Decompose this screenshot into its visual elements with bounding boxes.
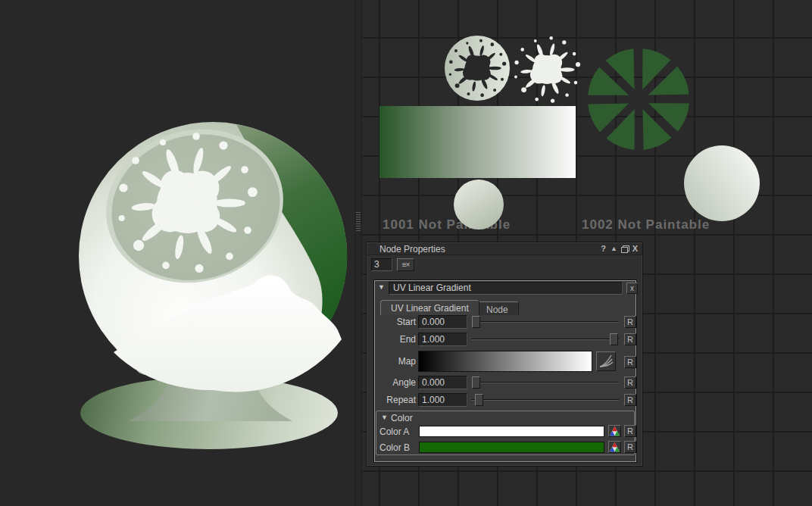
param-field-start[interactable]: 0.000 <box>418 315 467 329</box>
slider-handle[interactable] <box>472 376 480 389</box>
splitter-grip-icon[interactable] <box>356 212 361 232</box>
pedestal-stem <box>129 364 292 421</box>
uv-splat-cutout <box>449 39 507 97</box>
param-slider-angle[interactable] <box>471 376 619 389</box>
reset-button-color-b[interactable]: R <box>624 441 636 453</box>
sphere-splat <box>119 133 258 273</box>
uv-shell-white-splat <box>514 36 580 103</box>
uv-shell-right-circle <box>684 145 760 221</box>
curve-icon <box>597 352 615 370</box>
float-window-icon[interactable] <box>620 244 629 254</box>
color-a-picker-button[interactable] <box>608 425 621 437</box>
sphere-recess-rim <box>89 110 301 302</box>
param-slider-end[interactable] <box>471 333 619 345</box>
pedestal-nub-left <box>136 361 158 375</box>
node-count-input[interactable]: 3 <box>371 258 392 271</box>
node-name-field[interactable]: UV Linear Gradient <box>389 282 623 295</box>
pedestal-base <box>80 376 338 449</box>
uv-tile-label-1002: 1002 Not Paintable <box>582 217 710 233</box>
panel-titlebar[interactable]: Node Properties ? ▲ X <box>367 243 642 255</box>
param-slider-start[interactable] <box>471 316 619 328</box>
color-a-label: Color A <box>379 426 409 437</box>
param-label-angle: Angle <box>374 377 416 388</box>
param-label-map: Map <box>374 356 416 367</box>
node-properties-panel: Node Properties ? ▲ X 3 ≡× ▼ UV Linear G… <box>366 242 643 467</box>
color-b-label: Color B <box>379 442 410 453</box>
uv-linear-gradient-groupbox: ▼ UV Linear Gradient x Node UV Linear Gr… <box>373 280 637 463</box>
reset-button-end[interactable]: R <box>624 333 636 345</box>
sphere-white-blob <box>114 276 342 392</box>
reset-button-repeat[interactable]: R <box>624 394 636 406</box>
viewport-splitter[interactable] <box>354 0 362 506</box>
shader-ball-viewport[interactable] <box>0 0 354 506</box>
uv-tile-label-1001: 1001 Not Paintable <box>383 217 511 233</box>
color-group-header: Color <box>391 413 413 423</box>
reset-button-start[interactable]: R <box>624 316 636 328</box>
color-triangle-icon <box>609 426 620 436</box>
map-gradient-bar[interactable] <box>418 351 592 372</box>
collapse-icon[interactable]: ▲ <box>609 244 619 254</box>
color-triangle-icon <box>609 442 620 452</box>
param-slider-repeat[interactable] <box>471 394 619 406</box>
color-b-picker-button[interactable] <box>608 441 621 453</box>
sphere-green-gradient-region <box>236 124 347 342</box>
panel-title: Node Properties <box>379 244 445 255</box>
clear-icon: ≡× <box>402 261 410 269</box>
reset-button-map[interactable]: R <box>624 356 636 368</box>
node-remove-button[interactable]: x <box>626 283 638 294</box>
clear-button[interactable]: ≡× <box>397 258 414 271</box>
reset-button-angle[interactable]: R <box>624 376 636 389</box>
param-label-end: End <box>374 334 416 345</box>
param-field-angle[interactable]: 0.000 <box>418 376 467 389</box>
param-field-end[interactable]: 1.000 <box>418 333 467 346</box>
pedestal-collar <box>145 351 276 385</box>
curve-editor-button[interactable] <box>596 351 616 371</box>
slider-handle[interactable] <box>475 394 483 406</box>
color-b-swatch[interactable] <box>419 442 604 453</box>
slider-handle[interactable] <box>472 316 480 328</box>
slider-handle[interactable] <box>610 333 618 345</box>
uv-shell-circle-splat <box>445 36 510 101</box>
shader-sphere <box>79 122 347 390</box>
uv-shell-gradient-rect <box>379 106 576 178</box>
shader-ball-canvas <box>0 0 354 506</box>
tab-uv-linear-gradient[interactable]: UV Linear Gradient <box>380 300 479 315</box>
param-field-repeat[interactable]: 1.000 <box>418 393 467 407</box>
close-icon[interactable]: X <box>630 244 640 254</box>
param-label-start: Start <box>374 317 416 327</box>
color-groupbox: ▼ Color Color A R Color B <box>376 411 635 455</box>
color-collapse-arrow-icon[interactable]: ▼ <box>381 414 388 421</box>
uv-shell-pinwheel <box>573 33 705 166</box>
reset-button-color-a[interactable]: R <box>624 425 636 437</box>
param-label-repeat: Repeat <box>374 395 416 405</box>
help-icon[interactable]: ? <box>598 244 608 254</box>
node-collapse-arrow-icon[interactable]: ▼ <box>378 283 385 291</box>
tab-node[interactable]: Node <box>476 301 519 315</box>
pedestal-nub-right <box>264 361 285 375</box>
color-a-swatch[interactable] <box>419 426 604 437</box>
